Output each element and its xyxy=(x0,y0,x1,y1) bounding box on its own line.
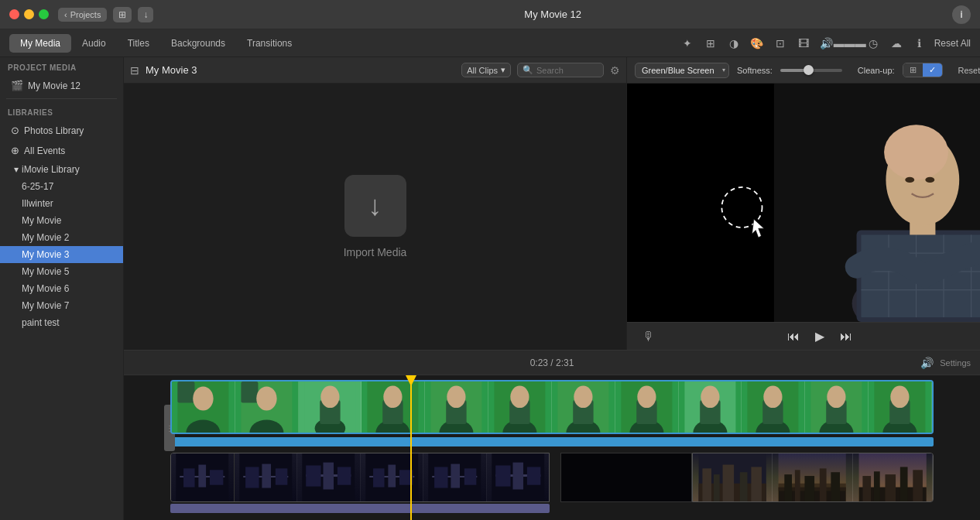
skip-forward-button[interactable]: ⏭ xyxy=(840,330,852,344)
thumb-7 xyxy=(552,381,615,433)
browser-header: ⊟ My Movie 3 All Clips ▾ 🔍 ⚙ xyxy=(124,57,626,84)
sidebar-item-my-movie-6[interactable]: My Movie 6 xyxy=(0,280,123,297)
reset-button[interactable]: Reset xyxy=(958,66,980,75)
sidebar-item-all-events[interactable]: ⊕ All Events xyxy=(3,141,120,160)
camera-icon[interactable]: 🎞 xyxy=(795,35,812,52)
svg-rect-106 xyxy=(785,474,793,501)
sidebar-item-paint-test[interactable]: paint test xyxy=(0,314,123,331)
thumb-11 xyxy=(805,381,869,433)
sidebar-item-my-movie-5[interactable]: My Movie 5 xyxy=(0,263,123,280)
maximize-button[interactable] xyxy=(39,9,49,19)
crop-icon[interactable]: ⊡ xyxy=(772,35,789,52)
info-icon[interactable]: ℹ xyxy=(911,35,928,52)
events-icon: ⊕ xyxy=(11,145,19,156)
volume-icon[interactable]: 🔊 xyxy=(920,357,934,369)
settings-label[interactable]: Settings xyxy=(940,358,971,368)
bars-icon[interactable]: ▬▬▬ xyxy=(841,35,858,52)
svg-rect-101 xyxy=(740,472,748,501)
svg-rect-108 xyxy=(805,476,815,501)
microphone-button[interactable]: 🎙 xyxy=(642,330,655,344)
grid-view-button[interactable]: ⊞ xyxy=(113,7,132,22)
preview-panel: Green/Blue Screen ▾ Softness: Clean-up: … xyxy=(627,57,980,350)
svg-rect-74 xyxy=(262,464,271,488)
titlebar-right: i xyxy=(952,5,971,24)
sidebar-item-my-movie[interactable]: My Movie xyxy=(0,212,123,229)
cleanup-check-button[interactable]: ✓ xyxy=(923,63,942,77)
download-button[interactable]: ↓ xyxy=(138,7,153,22)
video-content xyxy=(627,84,980,322)
import-media-button[interactable]: ↓ xyxy=(344,175,406,237)
thumb-3 xyxy=(299,381,362,433)
thumb-1 xyxy=(172,381,235,433)
photos-library-label: Photos Library xyxy=(24,125,84,136)
sidebar-item-my-movie-2[interactable]: My Movie 2 xyxy=(0,229,123,246)
minimize-button[interactable] xyxy=(24,9,34,19)
tab-transitions[interactable]: Transitions xyxy=(236,34,303,53)
search-input[interactable] xyxy=(536,66,598,75)
tab-backgrounds[interactable]: Backgrounds xyxy=(160,34,236,53)
filter-select-wrapper[interactable]: Green/Blue Screen ▾ xyxy=(635,63,729,78)
svg-rect-116 xyxy=(900,467,908,501)
clips-selector[interactable]: All Clips ▾ xyxy=(461,63,511,77)
svg-rect-78 xyxy=(306,466,320,487)
color-icon[interactable]: 🎨 xyxy=(749,35,766,52)
softness-slider[interactable] xyxy=(780,69,842,72)
sidebar-item-my-movie-7[interactable]: My Movie 7 xyxy=(0,297,123,314)
browser-settings-button[interactable]: ⚙ xyxy=(610,64,620,77)
child-label-5: My Movie 5 xyxy=(22,266,69,277)
clips-selector-arrow: ▾ xyxy=(501,65,505,75)
svg-rect-24 xyxy=(241,381,258,403)
softness-knob[interactable] xyxy=(804,65,814,75)
sci-fi-thumb-5 xyxy=(423,453,487,501)
titlebar: ‹ Projects ⊞ ↓ My Movie 12 i xyxy=(0,0,980,29)
svg-rect-90 xyxy=(464,468,477,484)
magic-wand-icon[interactable]: ✦ xyxy=(679,35,696,52)
sci-fi-thumb-2 xyxy=(235,453,298,501)
sidebar-item-6-25-17[interactable]: 6-25-17 xyxy=(0,178,123,195)
tab-my-media[interactable]: My Media xyxy=(9,34,71,53)
child-label-4: My Movie 3 xyxy=(22,249,69,260)
child-label-8: paint test xyxy=(22,317,60,328)
audio-icon[interactable]: 🔊 xyxy=(818,35,835,52)
thumb-4 xyxy=(362,381,425,433)
sidebar-item-my-movie-3[interactable]: My Movie 3 xyxy=(0,246,123,263)
child-label-2: My Movie xyxy=(22,215,61,226)
sidebar-item-photos[interactable]: ⊙ Photos Library xyxy=(3,121,120,140)
svg-rect-109 xyxy=(820,468,827,501)
reset-all-button[interactable]: Reset All xyxy=(934,38,971,49)
close-button[interactable] xyxy=(9,9,19,19)
svg-rect-94 xyxy=(512,463,523,490)
back-projects-button[interactable]: ‹ Projects xyxy=(58,8,107,22)
track-secondary-left xyxy=(170,453,550,502)
sidebar-item-illwinter[interactable]: Illwinter xyxy=(0,195,123,212)
tab-titles[interactable]: Titles xyxy=(117,34,160,53)
imovie-library-label: iMovie Library xyxy=(22,164,80,175)
timeline-area: 0:23 / 2:31 🔊 Settings ⋮ xyxy=(124,350,980,520)
child-label-0: 6-25-17 xyxy=(22,181,53,192)
svg-rect-89 xyxy=(451,464,460,488)
clock-icon[interactable]: ◷ xyxy=(865,35,882,52)
filter-select[interactable]: Green/Blue Screen xyxy=(635,63,729,78)
info-button[interactable]: i xyxy=(952,5,971,24)
sidebar-toggle-button[interactable]: ⊟ xyxy=(130,64,139,77)
cleanup-grid-button[interactable]: ⊞ xyxy=(903,63,923,77)
track-gap xyxy=(550,453,560,502)
sidebar-item-project[interactable]: 🎬 My Movie 12 xyxy=(3,76,120,95)
skip-back-button[interactable]: ⏮ xyxy=(787,330,800,344)
tab-audio[interactable]: Audio xyxy=(71,34,117,53)
cloud-icon[interactable]: ☁ xyxy=(888,35,905,52)
track-audio-main xyxy=(170,437,934,446)
half-circle-icon[interactable]: ◑ xyxy=(725,35,742,52)
play-pause-button[interactable]: ▶ xyxy=(815,329,824,344)
grid-icon[interactable]: ⊞ xyxy=(702,35,719,52)
track-thumbnails xyxy=(172,381,932,433)
browser-preview-split: ⊟ My Movie 3 All Clips ▾ 🔍 ⚙ ↓ Import Me… xyxy=(124,57,980,350)
svg-rect-113 xyxy=(862,476,871,501)
thumb-12 xyxy=(869,381,932,433)
search-box[interactable]: 🔍 xyxy=(517,63,604,77)
track-secondary-audio xyxy=(170,504,550,513)
sidebar-item-imovie-library[interactable]: ▾ iMovie Library xyxy=(0,161,123,178)
city-thumb-1 xyxy=(693,453,773,501)
secondary-tracks xyxy=(170,453,934,502)
cleanup-label: Clean-up: xyxy=(858,66,895,75)
